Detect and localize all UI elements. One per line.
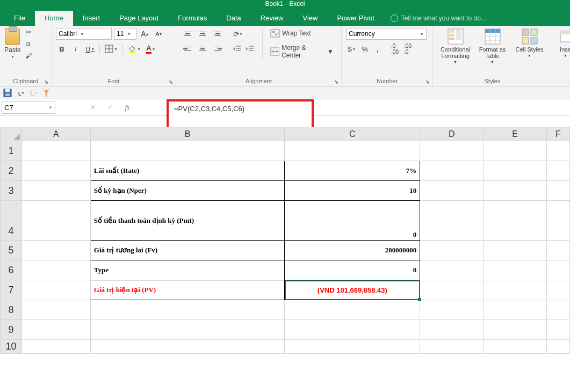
font-name-combo[interactable]: Calibri▼	[56, 28, 112, 40]
col-header-F[interactable]: F	[546, 127, 569, 141]
cell-C2[interactable]: 7%	[285, 161, 420, 181]
cell[interactable]	[484, 280, 547, 300]
tab-file[interactable]: File	[4, 11, 35, 26]
row-header-5[interactable]: 5	[1, 241, 22, 260]
align-right-button[interactable]	[211, 43, 225, 55]
cell[interactable]	[420, 260, 484, 280]
clipboard-launcher[interactable]: ⬊	[42, 78, 50, 85]
row-header-10[interactable]: 10	[1, 340, 22, 354]
col-header-C[interactable]: C	[285, 127, 420, 141]
cell-C3[interactable]: 10	[285, 181, 420, 201]
increase-font-button[interactable]: A▴	[139, 28, 150, 40]
cell-B3[interactable]: Số kỳ hạn (Nper)	[90, 181, 285, 201]
cell-B2[interactable]: Lãi suất (Rate)	[90, 161, 285, 181]
cell[interactable]	[285, 141, 420, 161]
cell[interactable]	[546, 201, 569, 241]
save-button[interactable]	[3, 89, 12, 97]
cell[interactable]	[484, 201, 547, 241]
font-launcher[interactable]: ⬊	[167, 78, 175, 85]
cell[interactable]	[21, 320, 90, 340]
cell[interactable]	[546, 141, 569, 161]
cell-C4[interactable]: 0	[285, 201, 420, 241]
decrease-decimal-button[interactable]: .00.0	[402, 43, 414, 55]
name-box[interactable]: C7 ▼	[2, 101, 55, 114]
cell[interactable]	[21, 280, 90, 300]
cell[interactable]	[484, 161, 547, 181]
borders-button[interactable]: ▼	[103, 43, 119, 55]
increase-decimal-button[interactable]: .0.00	[389, 43, 401, 55]
cell[interactable]	[90, 340, 285, 354]
cell[interactable]	[546, 161, 569, 181]
cell-B5[interactable]: Giá trị tương lai (Fv)	[90, 241, 285, 260]
row-header-1[interactable]: 1	[1, 141, 22, 161]
cell[interactable]	[546, 300, 569, 320]
touch-mode-button[interactable]	[42, 89, 50, 97]
cell[interactable]	[420, 340, 484, 354]
cell[interactable]	[546, 320, 569, 340]
tab-formulas[interactable]: Formulas	[168, 11, 217, 26]
cell[interactable]	[21, 340, 90, 354]
align-middle-button[interactable]	[196, 28, 210, 40]
row-header-2[interactable]: 2	[1, 161, 22, 181]
align-center-button[interactable]	[196, 43, 210, 55]
row-header-4[interactable]: 4	[1, 201, 22, 241]
tell-me-search[interactable]: Tell me what you want to do...	[391, 11, 486, 26]
row-header-6[interactable]: 6	[1, 260, 22, 280]
cell[interactable]	[21, 201, 90, 241]
row-header-7[interactable]: 7	[1, 280, 22, 300]
number-launcher[interactable]: ⬊	[424, 78, 431, 85]
cut-button[interactable]: ✂	[24, 28, 33, 37]
cell[interactable]	[484, 340, 547, 354]
cell[interactable]	[420, 161, 484, 181]
cell[interactable]	[285, 320, 420, 340]
col-header-E[interactable]: E	[484, 127, 547, 141]
wrap-text-button[interactable]: ab Wrap Text	[267, 28, 337, 39]
cell[interactable]	[420, 280, 484, 300]
fx-button[interactable]: fx	[121, 101, 134, 114]
bold-button[interactable]: B	[56, 43, 68, 55]
cell[interactable]	[484, 320, 547, 340]
font-color-button[interactable]: A▼	[145, 43, 157, 55]
italic-button[interactable]: I	[70, 43, 82, 55]
format-as-table-button[interactable]: Format as Table ▼	[474, 28, 510, 64]
tab-review[interactable]: Review	[251, 11, 293, 26]
cell[interactable]	[484, 241, 547, 260]
tab-view[interactable]: View	[293, 11, 327, 26]
tab-data[interactable]: Data	[217, 11, 250, 26]
col-header-D[interactable]: D	[420, 127, 484, 141]
conditional-formatting-button[interactable]: Conditional Formatting ▼	[437, 28, 473, 64]
align-left-button[interactable]	[181, 43, 194, 55]
tab-power-pivot[interactable]: Power Pivot	[327, 11, 384, 26]
underline-button[interactable]: U▼	[84, 43, 96, 55]
tab-home[interactable]: Home	[35, 11, 73, 26]
align-top-button[interactable]	[181, 28, 194, 40]
row-header-9[interactable]: 9	[1, 320, 22, 340]
row-header-3[interactable]: 3	[1, 181, 22, 201]
comma-format-button[interactable]: ,	[372, 43, 384, 55]
redo-button[interactable]: ▼	[29, 89, 38, 97]
cell[interactable]	[484, 141, 547, 161]
cell[interactable]	[546, 241, 569, 260]
cell[interactable]	[420, 300, 484, 320]
format-painter-button[interactable]: 🖌	[24, 52, 33, 60]
enter-formula-button[interactable]: ✓	[104, 101, 117, 114]
cell[interactable]	[21, 141, 90, 161]
cell[interactable]	[546, 340, 569, 354]
cell[interactable]	[285, 340, 420, 354]
increase-indent-button[interactable]	[244, 43, 256, 55]
cell[interactable]	[90, 300, 285, 320]
row-header-8[interactable]: 8	[1, 300, 22, 320]
cell[interactable]	[90, 320, 285, 340]
align-bottom-button[interactable]	[211, 28, 225, 40]
cell[interactable]	[420, 201, 484, 241]
cell-C7[interactable]: (VND 101,669,858.43)	[285, 280, 420, 300]
tab-page-layout[interactable]: Page Layout	[110, 11, 168, 26]
cell-C6[interactable]: 0	[285, 260, 420, 280]
cell[interactable]	[546, 280, 569, 300]
merge-center-button[interactable]: Merge & Center ▼	[267, 43, 337, 60]
cell[interactable]	[546, 181, 569, 201]
cell[interactable]	[420, 241, 484, 260]
cell[interactable]	[21, 181, 90, 201]
cell[interactable]	[21, 241, 90, 260]
decrease-indent-button[interactable]	[231, 43, 243, 55]
